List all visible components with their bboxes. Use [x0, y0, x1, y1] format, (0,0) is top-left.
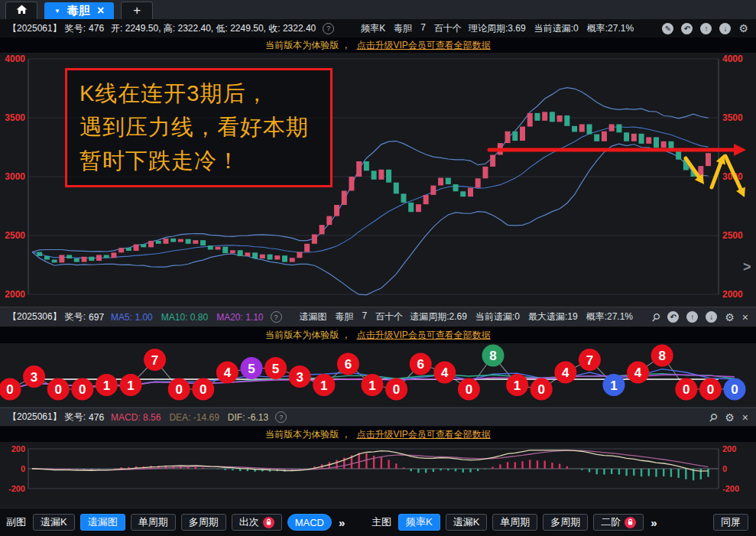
pencil-icon[interactable]: ✎: [662, 23, 673, 34]
candle: [594, 135, 599, 141]
omission-value: 5: [248, 362, 255, 376]
omission-value: 6: [417, 357, 423, 372]
button-label: 遗漏K: [453, 515, 480, 529]
notice-text: 当前版本为体验版 ，: [265, 329, 350, 342]
candle: [334, 205, 339, 216]
dif-line: [32, 450, 709, 471]
macd-hist-bar: [559, 464, 560, 469]
macd-hist-bar: [433, 469, 434, 472]
toolbar-button-出次[interactable]: 出次: [232, 514, 282, 531]
vip-upgrade-link[interactable]: 点击升级VIP会员可查看全部数据: [357, 428, 491, 441]
macd-hist-bar: [202, 468, 203, 469]
pin-icon[interactable]: ⚲: [706, 410, 720, 424]
mainchart-button-group: 主图 频率K遗漏K单周期多周期二阶»: [372, 514, 658, 531]
award-number: 476: [89, 23, 104, 34]
toolbar-button-遗漏图[interactable]: 遗漏图: [80, 514, 125, 531]
help-icon[interactable]: ?: [275, 411, 287, 423]
plus-icon: +: [133, 3, 141, 18]
candle: [460, 191, 466, 197]
y-axis-label: 3000: [5, 171, 25, 182]
candle: [706, 153, 711, 166]
omission-chart[interactable]: 0300117004553161064081047148000: [0, 343, 756, 408]
candle: [372, 171, 377, 180]
help-icon[interactable]: ?: [323, 23, 334, 34]
candle: [520, 127, 525, 141]
macd-chart[interactable]: 20020000-200-200: [0, 442, 756, 509]
arrow-up-icon[interactable]: ↑: [700, 23, 712, 34]
macd-chart-panel: 20020000-200-200: [0, 442, 756, 509]
candle: [356, 161, 362, 177]
candle: [557, 115, 563, 122]
award-label: 奖号:: [65, 411, 86, 424]
toolbar-button-MACD[interactable]: MACD: [287, 514, 332, 531]
undo-icon[interactable]: ↶: [681, 23, 693, 34]
candle: [163, 239, 168, 244]
macd-hist-bar: [611, 469, 612, 474]
omission-value: 8: [658, 349, 665, 363]
side-expand-icon[interactable]: >: [743, 259, 751, 275]
toolbar-button-单周期[interactable]: 单周期: [492, 514, 537, 531]
button-label: »: [651, 516, 656, 529]
pin-icon[interactable]: ⚲: [649, 310, 663, 324]
close-icon[interactable]: ×: [742, 311, 748, 323]
stat-value: 理论周期:3.69: [469, 22, 526, 35]
omission-value: 3: [31, 370, 37, 385]
toolbar-button-多周期[interactable]: 多周期: [543, 514, 588, 531]
indicator-words: 频率K毒胆7百十个: [361, 22, 462, 35]
chevron-down-icon[interactable]: ▼: [54, 8, 60, 15]
undo-icon[interactable]: ↶: [667, 311, 679, 323]
candle: [430, 186, 436, 195]
close-icon[interactable]: ×: [742, 411, 748, 424]
home-tab-button[interactable]: [5, 2, 37, 19]
indicator-word: 7: [420, 22, 426, 35]
ma-values: MA5: 1.00MA10: 0.80MA20: 1.10: [111, 312, 263, 323]
toolbar-button-遗漏K[interactable]: 遗漏K: [33, 514, 75, 531]
arrow-up-icon[interactable]: ↑: [686, 311, 698, 323]
indicator-word: 毒胆: [394, 22, 412, 35]
annotation-box: K线在连开3期后， 遇到压力线，看好本期 暂时下跌走冷！: [65, 68, 333, 187]
candle: [639, 134, 644, 144]
gear-icon[interactable]: ⚙: [725, 311, 735, 323]
new-tab-button[interactable]: +: [121, 2, 153, 19]
candle: [37, 252, 42, 256]
omission-value: 7: [151, 353, 158, 368]
arrow-down-icon[interactable]: ↓: [706, 311, 717, 323]
sync-screen-group: 同屏: [713, 514, 748, 531]
candle: [364, 161, 369, 171]
candle: [475, 178, 481, 187]
candle: [550, 112, 555, 122]
toolbar-button-二阶[interactable]: 二阶: [593, 514, 644, 531]
stat-value: 当前遗漏:0: [475, 310, 520, 323]
more-buttons-chevron[interactable]: »: [337, 514, 346, 531]
macd-hist-bar: [648, 469, 650, 476]
vip-upgrade-link[interactable]: 点击升级VIP会员可查看全部数据: [357, 329, 491, 342]
candle: [156, 241, 161, 244]
tab-label: 毒胆: [67, 4, 90, 18]
toolbar-button-多周期[interactable]: 多周期: [181, 514, 226, 531]
panel-period: 【2025061】: [8, 411, 62, 424]
kline-chart-panel: 4000400035003500300030002500250020002000…: [0, 53, 756, 307]
help-icon[interactable]: ?: [271, 311, 282, 323]
candle: [216, 247, 221, 250]
sync-screen-button[interactable]: 同屏: [713, 514, 748, 531]
toolbar-button-遗漏K[interactable]: 遗漏K: [446, 514, 488, 531]
macd-hist-bar: [388, 460, 389, 469]
tab-dudan[interactable]: ▼ 毒胆 ×: [44, 2, 114, 19]
toolbar-button-单周期[interactable]: 单周期: [131, 514, 176, 531]
macd-hist-bar: [596, 469, 598, 474]
button-label: 遗漏K: [41, 515, 67, 529]
gear-icon[interactable]: ⚙: [738, 22, 748, 34]
gear-icon[interactable]: ⚙: [725, 411, 735, 424]
y-axis-label: 3500: [5, 112, 25, 123]
tab-close-icon[interactable]: ×: [97, 4, 104, 18]
vip-upgrade-link[interactable]: 点击升级VIP会员可查看全部数据: [357, 39, 491, 52]
home-icon: [16, 4, 28, 18]
candle: [252, 252, 258, 258]
arrow-down-icon[interactable]: ↓: [719, 23, 731, 34]
macd-hist-bar: [581, 469, 582, 470]
omission-stats: 遗漏周期:2.69当前遗漏:0最大遗漏:19概率:27.1%: [410, 310, 633, 323]
toolbar-button-频率K[interactable]: 频率K: [398, 514, 440, 531]
lock-icon: [263, 517, 274, 528]
more-buttons-chevron[interactable]: »: [649, 514, 657, 531]
macd-hist-bar: [485, 469, 486, 469]
